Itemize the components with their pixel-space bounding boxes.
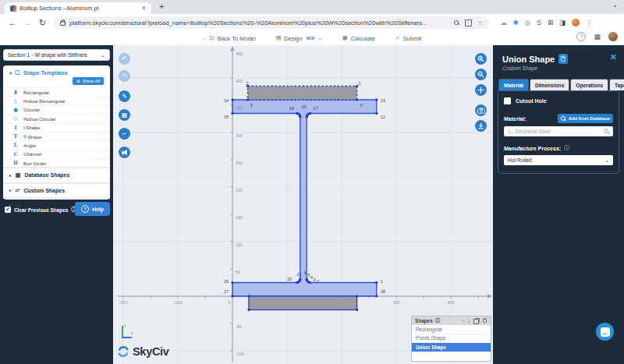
tab-taper[interactable]: Taper [609,79,624,90]
delete-icon[interactable] [482,317,488,324]
shape-vertex[interactable] [306,278,308,281]
shapes-row-rectangular[interactable]: Rectangular [412,325,491,334]
shape-vertex[interactable] [375,99,378,101]
template-item-box-girder[interactable]: ⅡBox Girder [3,158,110,167]
settings-flower-icon[interactable]: ✱ [513,19,519,27]
search-icon[interactable] [454,20,459,26]
nav-item-back-to-model[interactable]: ← ⊡Back To Model [203,35,256,42]
shape-vertex[interactable] [356,309,358,311]
shape-vertex[interactable] [248,309,250,311]
cutout-hole-row[interactable]: Cutout Hole [504,97,613,104]
template-item-t-shape[interactable]: TT-Shape [3,132,110,140]
shape-vertex[interactable] [375,281,378,284]
profile-avatar[interactable] [572,19,580,27]
shapes-row-union-shape[interactable]: Union Shape [412,343,491,352]
info-icon[interactable]: ⓘ [564,144,569,152]
template-item-circular[interactable]: ●Circular [3,105,110,114]
union-shape-polygon[interactable] [232,100,377,296]
zoom-in-button[interactable] [475,53,487,65]
add-from-database-button[interactable]: Add from Database [558,114,613,123]
duplicate-icon[interactable] [473,319,479,324]
template-item-hollow-rectangular[interactable]: ▯Hollow Rectangular [3,96,110,104]
tab-dimensions[interactable]: Dimensions [530,79,569,90]
user-avatar[interactable] [608,32,618,41]
template-item-angle[interactable]: LAngle [3,140,110,149]
checkbox-unchecked-icon[interactable] [504,97,511,104]
manufacture-process-select[interactable]: Hot Rolled ⌄ [504,155,613,165]
section-select[interactable]: Section 1 - W shape with Stiffners ⌄ [3,49,110,61]
share-icon[interactable]: ↑ [465,19,472,27]
reload-button[interactable]: ↻ [39,19,46,27]
shape-vertex[interactable] [299,278,301,281]
shape-vertex[interactable] [232,281,234,284]
sidebar-group-custom-shapes[interactable]: ▸▱Custom Shapes [3,182,110,197]
feedback-megaphone-button[interactable] [119,147,130,158]
shape-vertex[interactable] [299,115,301,118]
tab-strip-chevron-icon[interactable]: ⌄ [612,1,618,9]
nav-item-design[interactable]: ▤DesignNEW⌄ [276,35,322,42]
template-item-hollow-circular[interactable]: ○Hollow Circular [3,114,110,122]
section-canvas[interactable]: 45040035030025020015010050-50-100-200-10… [113,45,493,364]
shapes-row-points-shape[interactable]: Points Shape [412,334,491,344]
shape-vertex[interactable] [232,99,234,101]
shape-vertex[interactable] [356,99,358,101]
sidebar-group-database-shapes[interactable]: ▸▤Database Shapes [3,167,110,182]
top-plate-selected[interactable] [248,87,357,101]
cloud-extension-icon[interactable]: ☁ [500,19,507,27]
shape-vertex[interactable] [232,295,234,298]
material-search-field[interactable] [504,126,613,136]
new-tab-button[interactable]: + [159,2,164,11]
template-item-channel[interactable]: CChannel [3,150,110,158]
shape-vertex[interactable] [375,295,378,298]
browser-tab[interactable]: Builtup Sections - Aluminum pl × [5,2,151,14]
tab-operations[interactable]: Operations [570,79,608,90]
menu-dots-icon[interactable]: ⋮ [586,19,593,27]
template-item-i-shape[interactable]: II-Shape [3,123,110,132]
nav-item-calculate[interactable]: ▦Calculate [342,35,375,42]
move-up-icon[interactable]: ↑ [462,318,465,323]
help-circle-icon[interactable]: ? [576,32,586,41]
zoom-out-button[interactable] [475,69,487,80]
tab-material[interactable]: Material [498,79,529,90]
draw-pencil-button[interactable]: ✎ [119,90,130,102]
url-text[interactable]: platform.skyciv.com/structural?preload_n… [69,19,450,27]
shape-vertex[interactable] [246,99,249,101]
nav-item-submit[interactable]: ✓Submit [395,35,421,42]
forward-button[interactable]: → [23,19,32,27]
delete-shape-button[interactable] [558,54,568,64]
shape-vertex[interactable] [375,112,378,115]
close-icon[interactable]: ✕ [610,52,617,62]
help-button[interactable]: ? Help [75,202,110,216]
shape-vertex[interactable] [306,115,308,118]
download-button[interactable] [475,120,487,132]
shape-vertex[interactable] [232,112,234,115]
clear-previous-shapes[interactable]: ✓ Clear Previous Shapes ⓘ [5,206,76,214]
template-item-rectangular[interactable]: ▮Rectangular [3,87,110,96]
shape-vertex[interactable] [356,295,358,298]
redo-button[interactable]: ↷ [119,70,130,82]
grid-snap-button[interactable]: ▦ [119,109,130,121]
material-input[interactable] [508,129,601,134]
checkbox-checked-icon[interactable]: ✓ [5,207,11,213]
meet-extension-icon[interactable]: ◎ [525,19,530,27]
undo-button[interactable]: ↶ [119,53,130,65]
side-panel-icon[interactable]: ◨ [559,19,566,27]
chat-launcher-button[interactable] [596,323,614,341]
shape-vertex[interactable] [356,85,358,87]
snapshot-camera-button[interactable] [475,104,487,116]
apps-grid-icon[interactable]: ▦ [594,33,601,41]
puzzle-extension-icon[interactable]: ⊞ [548,19,553,27]
back-button[interactable]: ← [8,19,16,27]
bottom-plate[interactable] [249,296,357,310]
shape-templates-header[interactable]: ▾ ▢ Shape Templates [3,67,110,77]
bookmark-star-icon[interactable]: ☆ [477,19,483,27]
pan-button[interactable] [475,84,487,96]
s-extension-icon[interactable]: S [537,19,541,27]
address-bar[interactable]: platform.skyciv.com/structural?preload_n… [53,16,490,29]
move-down-icon[interactable]: ↓ [468,318,471,323]
shape-vertex[interactable] [248,295,250,298]
tab-close-icon[interactable]: × [142,5,146,12]
info-icon[interactable]: ⓘ [435,317,440,324]
corner-tool-button[interactable]: ⌐ [119,128,130,140]
show-all-button[interactable]: ⊕ Show All [73,77,104,85]
